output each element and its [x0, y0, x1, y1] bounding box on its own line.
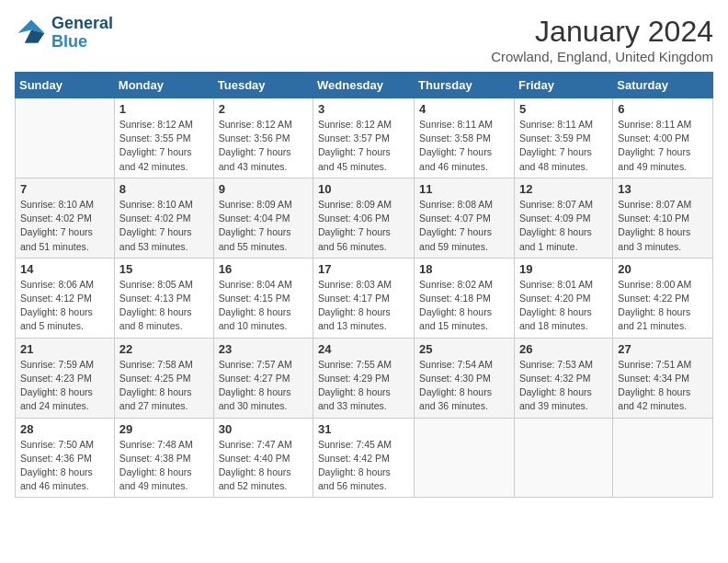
calendar-cell: 31Sunrise: 7:45 AMSunset: 4:42 PMDayligh… — [313, 418, 415, 498]
day-number: 2 — [219, 102, 308, 116]
day-number: 6 — [618, 102, 708, 116]
calendar-header-row: Sunday Monday Tuesday Wednesday Thursday… — [16, 73, 713, 98]
day-number: 14 — [20, 262, 109, 276]
day-number: 11 — [419, 182, 509, 196]
calendar-cell: 19Sunrise: 8:01 AMSunset: 4:20 PMDayligh… — [514, 258, 612, 338]
day-info: Sunrise: 8:09 AMSunset: 4:06 PMDaylight:… — [318, 198, 409, 254]
title-block: January 2024 Crowland, England, United K… — [491, 15, 713, 64]
day-info: Sunrise: 8:00 AMSunset: 4:22 PMDaylight:… — [618, 278, 708, 334]
day-info: Sunrise: 8:07 AMSunset: 4:10 PMDaylight:… — [618, 198, 708, 254]
calendar-cell: 28Sunrise: 7:50 AMSunset: 4:36 PMDayligh… — [16, 418, 115, 498]
day-info: Sunrise: 7:50 AMSunset: 4:36 PMDaylight:… — [20, 438, 109, 494]
day-number: 19 — [519, 262, 608, 276]
day-number: 16 — [219, 262, 308, 276]
day-info: Sunrise: 8:11 AMSunset: 3:58 PMDaylight:… — [419, 118, 509, 174]
day-number: 30 — [219, 422, 308, 436]
calendar-cell: 14Sunrise: 8:06 AMSunset: 4:12 PMDayligh… — [16, 258, 115, 338]
calendar-cell — [613, 418, 713, 498]
calendar-subtitle: Crowland, England, United Kingdom — [491, 49, 713, 64]
day-info: Sunrise: 8:03 AMSunset: 4:17 PMDaylight:… — [318, 278, 409, 334]
day-info: Sunrise: 7:54 AMSunset: 4:30 PMDaylight:… — [419, 358, 509, 414]
calendar-cell — [415, 418, 515, 498]
day-number: 10 — [318, 182, 409, 196]
day-number: 12 — [519, 182, 608, 196]
calendar-row-4: 21Sunrise: 7:59 AMSunset: 4:23 PMDayligh… — [16, 338, 713, 418]
day-info: Sunrise: 8:09 AMSunset: 4:04 PMDaylight:… — [219, 198, 308, 254]
calendar-cell: 24Sunrise: 7:55 AMSunset: 4:29 PMDayligh… — [313, 338, 415, 418]
day-info: Sunrise: 7:47 AMSunset: 4:40 PMDaylight:… — [219, 438, 308, 494]
calendar-cell: 20Sunrise: 8:00 AMSunset: 4:22 PMDayligh… — [613, 258, 713, 338]
calendar-cell: 10Sunrise: 8:09 AMSunset: 4:06 PMDayligh… — [313, 178, 415, 258]
calendar-cell: 12Sunrise: 8:07 AMSunset: 4:09 PMDayligh… — [514, 178, 612, 258]
day-info: Sunrise: 8:02 AMSunset: 4:18 PMDaylight:… — [419, 278, 509, 334]
day-info: Sunrise: 8:12 AMSunset: 3:56 PMDaylight:… — [219, 118, 308, 174]
day-info: Sunrise: 8:06 AMSunset: 4:12 PMDaylight:… — [20, 278, 109, 334]
day-info: Sunrise: 8:12 AMSunset: 3:57 PMDaylight:… — [318, 118, 409, 174]
calendar-cell: 30Sunrise: 7:47 AMSunset: 4:40 PMDayligh… — [213, 418, 313, 498]
col-tuesday: Tuesday — [213, 73, 313, 98]
calendar-row-2: 7Sunrise: 8:10 AMSunset: 4:02 PMDaylight… — [16, 178, 713, 258]
calendar-cell — [16, 98, 115, 178]
day-number: 20 — [618, 262, 708, 276]
calendar-cell: 13Sunrise: 8:07 AMSunset: 4:10 PMDayligh… — [613, 178, 713, 258]
calendar-cell: 11Sunrise: 8:08 AMSunset: 4:07 PMDayligh… — [415, 178, 515, 258]
calendar-cell: 6Sunrise: 8:11 AMSunset: 4:00 PMDaylight… — [613, 98, 713, 178]
calendar-cell: 7Sunrise: 8:10 AMSunset: 4:02 PMDaylight… — [16, 178, 115, 258]
day-info: Sunrise: 8:11 AMSunset: 4:00 PMDaylight:… — [618, 118, 708, 174]
col-wednesday: Wednesday — [313, 73, 415, 98]
day-info: Sunrise: 7:53 AMSunset: 4:32 PMDaylight:… — [519, 358, 608, 414]
col-monday: Monday — [114, 73, 213, 98]
day-number: 7 — [20, 182, 109, 196]
calendar-cell: 9Sunrise: 8:09 AMSunset: 4:04 PMDaylight… — [213, 178, 313, 258]
col-thursday: Thursday — [415, 73, 515, 98]
day-number: 26 — [519, 342, 608, 356]
calendar-cell: 21Sunrise: 7:59 AMSunset: 4:23 PMDayligh… — [16, 338, 115, 418]
calendar-row-5: 28Sunrise: 7:50 AMSunset: 4:36 PMDayligh… — [16, 418, 713, 498]
calendar-row-3: 14Sunrise: 8:06 AMSunset: 4:12 PMDayligh… — [16, 258, 713, 338]
day-number: 15 — [119, 262, 209, 276]
calendar-cell: 22Sunrise: 7:58 AMSunset: 4:25 PMDayligh… — [114, 338, 213, 418]
day-info: Sunrise: 8:07 AMSunset: 4:09 PMDaylight:… — [519, 198, 608, 254]
day-number: 1 — [119, 102, 209, 116]
calendar-cell: 23Sunrise: 7:57 AMSunset: 4:27 PMDayligh… — [213, 338, 313, 418]
logo: General Blue — [15, 15, 113, 52]
day-number: 22 — [119, 342, 209, 356]
calendar-cell: 5Sunrise: 8:11 AMSunset: 3:59 PMDaylight… — [514, 98, 612, 178]
calendar-title: January 2024 — [491, 15, 713, 49]
day-info: Sunrise: 7:48 AMSunset: 4:38 PMDaylight:… — [119, 438, 209, 494]
day-info: Sunrise: 8:10 AMSunset: 4:02 PMDaylight:… — [20, 198, 109, 254]
day-info: Sunrise: 7:55 AMSunset: 4:29 PMDaylight:… — [318, 358, 409, 414]
day-number: 28 — [20, 422, 109, 436]
calendar-cell: 15Sunrise: 8:05 AMSunset: 4:13 PMDayligh… — [114, 258, 213, 338]
calendar-cell: 26Sunrise: 7:53 AMSunset: 4:32 PMDayligh… — [514, 338, 612, 418]
calendar-cell: 2Sunrise: 8:12 AMSunset: 3:56 PMDaylight… — [213, 98, 313, 178]
day-number: 25 — [419, 342, 509, 356]
day-number: 9 — [219, 182, 308, 196]
day-number: 18 — [419, 262, 509, 276]
calendar-cell — [514, 418, 612, 498]
day-number: 8 — [119, 182, 209, 196]
calendar-cell: 1Sunrise: 8:12 AMSunset: 3:55 PMDaylight… — [114, 98, 213, 178]
calendar-cell: 27Sunrise: 7:51 AMSunset: 4:34 PMDayligh… — [613, 338, 713, 418]
day-info: Sunrise: 8:11 AMSunset: 3:59 PMDaylight:… — [519, 118, 608, 174]
day-info: Sunrise: 8:04 AMSunset: 4:15 PMDaylight:… — [219, 278, 308, 334]
calendar-row-1: 1Sunrise: 8:12 AMSunset: 3:55 PMDaylight… — [16, 98, 713, 178]
col-friday: Friday — [514, 73, 612, 98]
day-info: Sunrise: 8:08 AMSunset: 4:07 PMDaylight:… — [419, 198, 509, 254]
day-number: 24 — [318, 342, 409, 356]
page-header: General Blue January 2024 Crowland, Engl… — [15, 15, 713, 64]
day-info: Sunrise: 7:51 AMSunset: 4:34 PMDaylight:… — [618, 358, 708, 414]
col-sunday: Sunday — [16, 73, 115, 98]
day-info: Sunrise: 7:57 AMSunset: 4:27 PMDaylight:… — [219, 358, 308, 414]
calendar-cell: 8Sunrise: 8:10 AMSunset: 4:02 PMDaylight… — [114, 178, 213, 258]
day-info: Sunrise: 8:05 AMSunset: 4:13 PMDaylight:… — [119, 278, 209, 334]
day-info: Sunrise: 7:59 AMSunset: 4:23 PMDaylight:… — [20, 358, 109, 414]
logo-icon — [15, 17, 48, 50]
calendar-cell: 18Sunrise: 8:02 AMSunset: 4:18 PMDayligh… — [415, 258, 515, 338]
day-number: 21 — [20, 342, 109, 356]
day-info: Sunrise: 8:01 AMSunset: 4:20 PMDaylight:… — [519, 278, 608, 334]
day-number: 5 — [519, 102, 608, 116]
calendar-cell: 17Sunrise: 8:03 AMSunset: 4:17 PMDayligh… — [313, 258, 415, 338]
calendar-cell: 4Sunrise: 8:11 AMSunset: 3:58 PMDaylight… — [415, 98, 515, 178]
day-number: 23 — [219, 342, 308, 356]
